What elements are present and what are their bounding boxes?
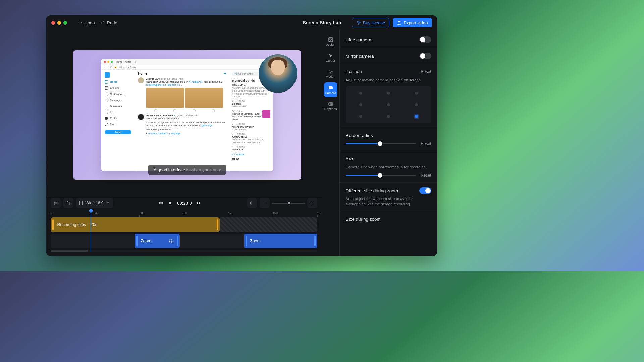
position-cell-4[interactable] xyxy=(387,103,390,106)
border-radius-section: Border radius Reset xyxy=(340,128,437,151)
minimize-window-icon[interactable] xyxy=(57,21,61,25)
size-reset[interactable]: Reset xyxy=(421,173,431,178)
diff-zoom-toggle[interactable] xyxy=(419,187,431,194)
mirror-camera-row: Mirror camera xyxy=(340,48,437,64)
mirror-camera-toggle[interactable] xyxy=(419,53,431,59)
scissors-icon xyxy=(53,201,58,205)
undo-button[interactable]: Undo xyxy=(78,20,95,25)
browser-mockup: Home / Twitter + ← → ⟳🔒twitter.com/home … xyxy=(101,59,273,171)
playhead[interactable] xyxy=(91,210,91,252)
titlebar-right: Buy license Export video xyxy=(352,18,432,27)
position-cell-8[interactable] xyxy=(415,115,418,118)
aspect-ratio-select[interactable]: Wide 16:9 xyxy=(76,198,113,208)
sliders-icon[interactable] xyxy=(169,239,174,243)
tweet-button: Tweet xyxy=(105,130,131,134)
webcam-overlay[interactable] xyxy=(259,54,297,93)
titlebar: Undo Redo Screen Story Lab Buy license E… xyxy=(46,15,437,30)
app-title: Screen Story Lab xyxy=(303,20,341,25)
pause-icon[interactable] xyxy=(168,201,172,205)
recording-clip-label: Recording clips – 20s xyxy=(57,222,98,227)
size-label: Size xyxy=(346,156,431,161)
upload-icon xyxy=(397,20,401,25)
ruler-tick: 90 xyxy=(184,211,187,215)
position-cell-1[interactable] xyxy=(387,92,390,95)
nav-lists: Lists xyxy=(105,111,131,114)
app-window: Undo Redo Screen Story Lab Buy license E… xyxy=(46,15,437,256)
tab-motion[interactable]: Motion xyxy=(324,66,337,81)
ratio-label: Wide 16:9 xyxy=(86,201,104,205)
diff-zoom-subtitle: Auto-adjust the webcam size to avoid it … xyxy=(346,196,431,207)
hide-camera-row: Hide camera xyxy=(340,32,437,48)
redo-label: Redo xyxy=(107,20,117,25)
tab-design[interactable]: Design xyxy=(324,34,337,49)
zoom-out-button[interactable]: − xyxy=(260,198,270,208)
position-cell-3[interactable] xyxy=(359,103,362,106)
close-window-icon[interactable] xyxy=(51,21,55,25)
size-during-zoom-label: Size during zoom xyxy=(346,217,431,222)
chevron-up-icon xyxy=(106,201,110,205)
zoom-slider-handle[interactable] xyxy=(288,202,290,204)
position-cell-5[interactable] xyxy=(415,103,418,106)
undo-label: Undo xyxy=(85,20,95,25)
timeline-controls: Wide 16:9 00:23:0 − + xyxy=(46,196,322,210)
position-cell-6[interactable] xyxy=(359,115,362,118)
tab-label: Captions xyxy=(324,107,337,111)
maximize-window-icon[interactable] xyxy=(63,21,67,25)
export-button[interactable]: Export video xyxy=(393,18,432,27)
delete-button[interactable] xyxy=(63,198,73,208)
cut-button[interactable] xyxy=(51,198,61,208)
mute-button[interactable] xyxy=(247,198,257,208)
tab-cursor[interactable]: Cursor xyxy=(324,50,337,65)
redo-button[interactable]: Redo xyxy=(100,20,117,25)
size-during-zoom-section: Size during zoom xyxy=(340,212,437,226)
hide-camera-toggle[interactable] xyxy=(419,36,431,43)
zoom-in-button[interactable]: + xyxy=(307,198,317,208)
position-cell-2[interactable] xyxy=(415,92,418,95)
mirror-camera-label: Mirror camera xyxy=(346,54,374,59)
tab-label: Motion xyxy=(326,75,335,78)
scrollbar-handle[interactable] xyxy=(51,250,88,252)
border-radius-slider[interactable] xyxy=(346,143,416,144)
position-reset[interactable]: Reset xyxy=(421,69,431,74)
position-subtitle: Adjust or moving camera position on scre… xyxy=(346,77,431,83)
redo-icon xyxy=(100,20,105,25)
main-row: Home / Twitter + ← → ⟳🔒twitter.com/home … xyxy=(46,30,437,256)
prev-icon[interactable] xyxy=(158,201,163,205)
position-cell-0[interactable] xyxy=(359,92,362,95)
export-label: Export video xyxy=(404,20,428,25)
current-time: 00:23:0 xyxy=(177,201,192,206)
zoom-clip-1[interactable]: Zoom xyxy=(135,234,180,248)
svg-point-6 xyxy=(329,70,332,74)
buy-license-button[interactable]: Buy license xyxy=(352,18,389,27)
tab-captions[interactable]: CCCaptions xyxy=(324,99,337,113)
plus-icon: + xyxy=(311,200,314,206)
ruler-tick: 0 xyxy=(51,211,52,215)
empty-track-area xyxy=(220,217,317,232)
preview-canvas[interactable]: Home / Twitter + ← → ⟳🔒twitter.com/home … xyxy=(73,50,301,180)
diff-zoom-label: Different size during zoom xyxy=(346,188,398,193)
zoom-slider[interactable] xyxy=(272,203,305,204)
svg-point-1 xyxy=(54,204,55,205)
size-subtitle: Camera size when not zoomed in for recor… xyxy=(346,164,431,170)
history-actions: Undo Redo xyxy=(78,20,117,25)
stage-area: Home / Twitter + ← → ⟳🔒twitter.com/home … xyxy=(46,30,322,196)
size-slider[interactable] xyxy=(346,175,416,176)
trash-icon xyxy=(66,201,71,205)
cursor-click-icon xyxy=(356,20,361,25)
position-section: Position Reset Adjust or moving camera p… xyxy=(340,64,437,128)
recording-clip[interactable]: Recording clips – 20s xyxy=(51,217,220,232)
nav-profile: Profile xyxy=(105,117,131,120)
svg-point-5 xyxy=(330,71,331,72)
zoom-controls: − + xyxy=(260,198,317,208)
tab-label: Design xyxy=(326,43,336,46)
zoom-clip-2[interactable]: Zoom xyxy=(244,234,317,248)
border-radius-reset[interactable]: Reset xyxy=(421,141,431,146)
nav-explore: Explore xyxy=(105,86,131,90)
tab-camera[interactable]: Camera xyxy=(324,82,337,97)
twitter-logo-icon xyxy=(105,72,110,78)
next-icon[interactable] xyxy=(197,201,201,205)
speaker-icon xyxy=(250,201,254,205)
position-label: Position xyxy=(346,69,362,74)
position-cell-7[interactable] xyxy=(387,115,390,118)
diff-zoom-section: Different size during zoom Auto-adjust t… xyxy=(340,183,437,212)
